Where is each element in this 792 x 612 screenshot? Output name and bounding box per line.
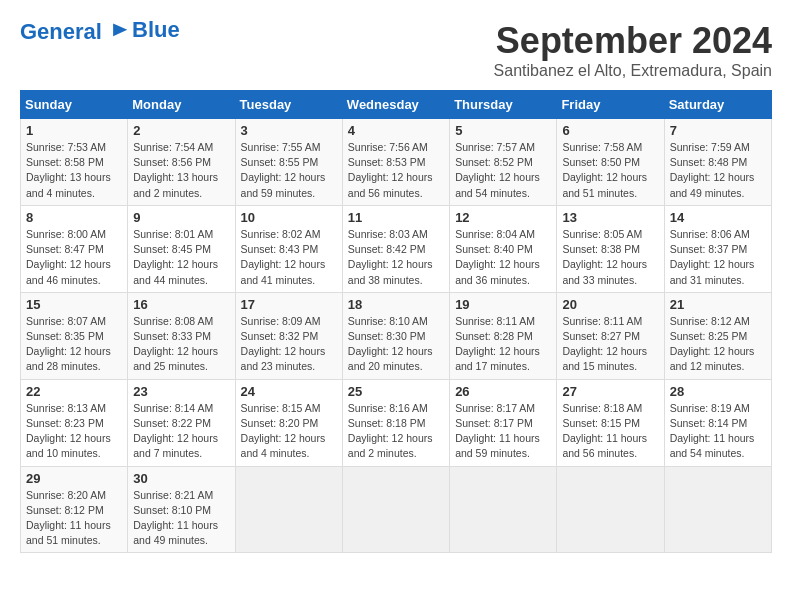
month-title: September 2024 bbox=[494, 20, 772, 62]
calendar-cell: 24Sunrise: 8:15 AM Sunset: 8:20 PM Dayli… bbox=[235, 379, 342, 466]
day-detail: Sunrise: 7:56 AM Sunset: 8:53 PM Dayligh… bbox=[348, 140, 444, 201]
day-number: 23 bbox=[133, 384, 229, 399]
day-detail: Sunrise: 8:11 AM Sunset: 8:27 PM Dayligh… bbox=[562, 314, 658, 375]
day-detail: Sunrise: 8:05 AM Sunset: 8:38 PM Dayligh… bbox=[562, 227, 658, 288]
calendar-cell: 12Sunrise: 8:04 AM Sunset: 8:40 PM Dayli… bbox=[450, 205, 557, 292]
logo-blue: Blue bbox=[132, 17, 180, 43]
logo-flag-icon bbox=[110, 22, 132, 44]
calendar-header-row: SundayMondayTuesdayWednesdayThursdayFrid… bbox=[21, 91, 772, 119]
day-number: 11 bbox=[348, 210, 444, 225]
day-number: 22 bbox=[26, 384, 122, 399]
day-detail: Sunrise: 8:14 AM Sunset: 8:22 PM Dayligh… bbox=[133, 401, 229, 462]
day-number: 21 bbox=[670, 297, 766, 312]
calendar-cell: 23Sunrise: 8:14 AM Sunset: 8:22 PM Dayli… bbox=[128, 379, 235, 466]
day-number: 28 bbox=[670, 384, 766, 399]
day-detail: Sunrise: 8:19 AM Sunset: 8:14 PM Dayligh… bbox=[670, 401, 766, 462]
calendar-cell: 13Sunrise: 8:05 AM Sunset: 8:38 PM Dayli… bbox=[557, 205, 664, 292]
calendar-cell bbox=[664, 466, 771, 553]
calendar-cell: 4Sunrise: 7:56 AM Sunset: 8:53 PM Daylig… bbox=[342, 119, 449, 206]
day-number: 20 bbox=[562, 297, 658, 312]
calendar-cell: 27Sunrise: 8:18 AM Sunset: 8:15 PM Dayli… bbox=[557, 379, 664, 466]
day-detail: Sunrise: 7:59 AM Sunset: 8:48 PM Dayligh… bbox=[670, 140, 766, 201]
calendar-cell: 16Sunrise: 8:08 AM Sunset: 8:33 PM Dayli… bbox=[128, 292, 235, 379]
day-number: 10 bbox=[241, 210, 337, 225]
day-detail: Sunrise: 8:15 AM Sunset: 8:20 PM Dayligh… bbox=[241, 401, 337, 462]
calendar-cell: 7Sunrise: 7:59 AM Sunset: 8:48 PM Daylig… bbox=[664, 119, 771, 206]
logo: General Blue bbox=[20, 20, 180, 44]
calendar-week-row: 15Sunrise: 8:07 AM Sunset: 8:35 PM Dayli… bbox=[21, 292, 772, 379]
calendar-cell: 26Sunrise: 8:17 AM Sunset: 8:17 PM Dayli… bbox=[450, 379, 557, 466]
calendar-cell: 30Sunrise: 8:21 AM Sunset: 8:10 PM Dayli… bbox=[128, 466, 235, 553]
day-detail: Sunrise: 8:21 AM Sunset: 8:10 PM Dayligh… bbox=[133, 488, 229, 549]
day-number: 24 bbox=[241, 384, 337, 399]
calendar-week-row: 8Sunrise: 8:00 AM Sunset: 8:47 PM Daylig… bbox=[21, 205, 772, 292]
day-number: 18 bbox=[348, 297, 444, 312]
calendar-cell: 15Sunrise: 8:07 AM Sunset: 8:35 PM Dayli… bbox=[21, 292, 128, 379]
calendar-cell: 8Sunrise: 8:00 AM Sunset: 8:47 PM Daylig… bbox=[21, 205, 128, 292]
title-block: September 2024 Santibanez el Alto, Extre… bbox=[494, 20, 772, 80]
day-detail: Sunrise: 7:57 AM Sunset: 8:52 PM Dayligh… bbox=[455, 140, 551, 201]
day-number: 6 bbox=[562, 123, 658, 138]
col-header-sunday: Sunday bbox=[21, 91, 128, 119]
page-header: General Blue September 2024 Santibanez e… bbox=[20, 20, 772, 80]
calendar-cell: 18Sunrise: 8:10 AM Sunset: 8:30 PM Dayli… bbox=[342, 292, 449, 379]
calendar-cell: 17Sunrise: 8:09 AM Sunset: 8:32 PM Dayli… bbox=[235, 292, 342, 379]
calendar-cell: 10Sunrise: 8:02 AM Sunset: 8:43 PM Dayli… bbox=[235, 205, 342, 292]
calendar-cell: 25Sunrise: 8:16 AM Sunset: 8:18 PM Dayli… bbox=[342, 379, 449, 466]
day-number: 19 bbox=[455, 297, 551, 312]
day-number: 5 bbox=[455, 123, 551, 138]
calendar-cell: 21Sunrise: 8:12 AM Sunset: 8:25 PM Dayli… bbox=[664, 292, 771, 379]
calendar-cell bbox=[450, 466, 557, 553]
day-detail: Sunrise: 8:13 AM Sunset: 8:23 PM Dayligh… bbox=[26, 401, 122, 462]
calendar-week-row: 22Sunrise: 8:13 AM Sunset: 8:23 PM Dayli… bbox=[21, 379, 772, 466]
day-number: 9 bbox=[133, 210, 229, 225]
col-header-thursday: Thursday bbox=[450, 91, 557, 119]
day-number: 26 bbox=[455, 384, 551, 399]
calendar-cell: 20Sunrise: 8:11 AM Sunset: 8:27 PM Dayli… bbox=[557, 292, 664, 379]
day-detail: Sunrise: 7:54 AM Sunset: 8:56 PM Dayligh… bbox=[133, 140, 229, 201]
day-number: 17 bbox=[241, 297, 337, 312]
calendar-cell bbox=[235, 466, 342, 553]
day-detail: Sunrise: 8:11 AM Sunset: 8:28 PM Dayligh… bbox=[455, 314, 551, 375]
col-header-tuesday: Tuesday bbox=[235, 91, 342, 119]
day-number: 1 bbox=[26, 123, 122, 138]
col-header-wednesday: Wednesday bbox=[342, 91, 449, 119]
day-number: 12 bbox=[455, 210, 551, 225]
day-number: 25 bbox=[348, 384, 444, 399]
day-detail: Sunrise: 8:04 AM Sunset: 8:40 PM Dayligh… bbox=[455, 227, 551, 288]
logo-general: General bbox=[20, 19, 102, 44]
day-detail: Sunrise: 7:58 AM Sunset: 8:50 PM Dayligh… bbox=[562, 140, 658, 201]
day-number: 30 bbox=[133, 471, 229, 486]
calendar-cell: 22Sunrise: 8:13 AM Sunset: 8:23 PM Dayli… bbox=[21, 379, 128, 466]
day-detail: Sunrise: 8:06 AM Sunset: 8:37 PM Dayligh… bbox=[670, 227, 766, 288]
calendar-cell: 28Sunrise: 8:19 AM Sunset: 8:14 PM Dayli… bbox=[664, 379, 771, 466]
day-detail: Sunrise: 8:09 AM Sunset: 8:32 PM Dayligh… bbox=[241, 314, 337, 375]
day-detail: Sunrise: 8:08 AM Sunset: 8:33 PM Dayligh… bbox=[133, 314, 229, 375]
day-detail: Sunrise: 7:53 AM Sunset: 8:58 PM Dayligh… bbox=[26, 140, 122, 201]
day-number: 3 bbox=[241, 123, 337, 138]
calendar-cell: 3Sunrise: 7:55 AM Sunset: 8:55 PM Daylig… bbox=[235, 119, 342, 206]
col-header-friday: Friday bbox=[557, 91, 664, 119]
calendar-cell: 14Sunrise: 8:06 AM Sunset: 8:37 PM Dayli… bbox=[664, 205, 771, 292]
day-number: 16 bbox=[133, 297, 229, 312]
calendar-cell: 29Sunrise: 8:20 AM Sunset: 8:12 PM Dayli… bbox=[21, 466, 128, 553]
day-detail: Sunrise: 8:10 AM Sunset: 8:30 PM Dayligh… bbox=[348, 314, 444, 375]
calendar-cell: 11Sunrise: 8:03 AM Sunset: 8:42 PM Dayli… bbox=[342, 205, 449, 292]
day-detail: Sunrise: 8:00 AM Sunset: 8:47 PM Dayligh… bbox=[26, 227, 122, 288]
calendar-cell: 1Sunrise: 7:53 AM Sunset: 8:58 PM Daylig… bbox=[21, 119, 128, 206]
calendar-week-row: 1Sunrise: 7:53 AM Sunset: 8:58 PM Daylig… bbox=[21, 119, 772, 206]
calendar-week-row: 29Sunrise: 8:20 AM Sunset: 8:12 PM Dayli… bbox=[21, 466, 772, 553]
day-number: 7 bbox=[670, 123, 766, 138]
day-number: 8 bbox=[26, 210, 122, 225]
day-detail: Sunrise: 8:20 AM Sunset: 8:12 PM Dayligh… bbox=[26, 488, 122, 549]
calendar-cell: 6Sunrise: 7:58 AM Sunset: 8:50 PM Daylig… bbox=[557, 119, 664, 206]
day-number: 27 bbox=[562, 384, 658, 399]
calendar-cell: 9Sunrise: 8:01 AM Sunset: 8:45 PM Daylig… bbox=[128, 205, 235, 292]
svg-marker-0 bbox=[113, 24, 127, 37]
calendar-cell: 19Sunrise: 8:11 AM Sunset: 8:28 PM Dayli… bbox=[450, 292, 557, 379]
day-detail: Sunrise: 8:03 AM Sunset: 8:42 PM Dayligh… bbox=[348, 227, 444, 288]
day-number: 14 bbox=[670, 210, 766, 225]
calendar-cell bbox=[557, 466, 664, 553]
col-header-saturday: Saturday bbox=[664, 91, 771, 119]
col-header-monday: Monday bbox=[128, 91, 235, 119]
